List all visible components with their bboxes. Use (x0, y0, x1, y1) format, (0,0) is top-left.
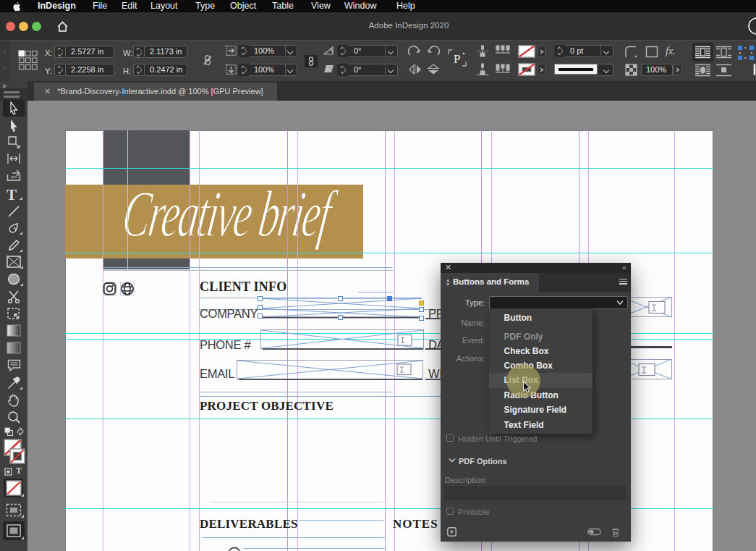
svg-text:P: P (454, 52, 460, 66)
